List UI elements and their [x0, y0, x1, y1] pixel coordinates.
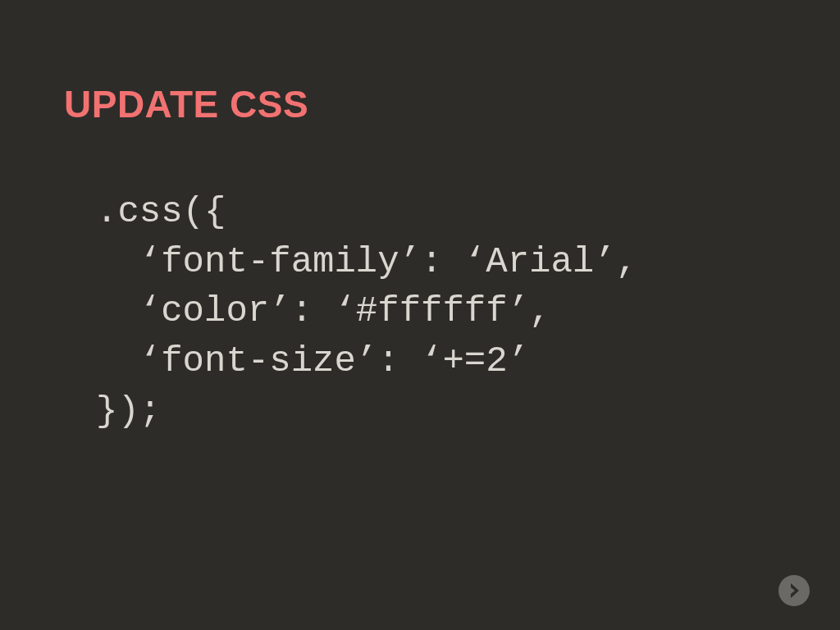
- svg-point-0: [778, 575, 810, 606]
- slide-title: UPDATE CSS: [64, 82, 308, 126]
- code-block: .css({ ‘font-family’: ‘Arial’, ‘color’: …: [96, 187, 637, 436]
- next-arrow-button[interactable]: [778, 574, 810, 607]
- arrow-right-circle-icon: [778, 574, 810, 607]
